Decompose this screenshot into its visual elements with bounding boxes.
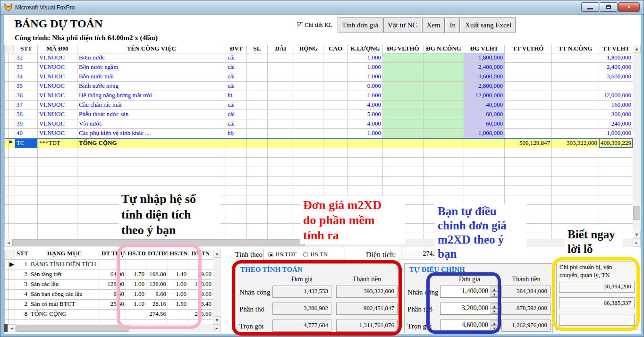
table-row[interactable]: 2Sàn có mái BTCT25.601.1028.161.5038.40 [5, 300, 213, 310]
cell[interactable] [247, 82, 268, 91]
cell[interactable] [424, 186, 464, 195]
row-marker[interactable] [8, 63, 15, 72]
cell[interactable] [599, 148, 633, 158]
cell[interactable] [126, 320, 146, 324]
cell[interactable]: VLNUOC [38, 129, 77, 138]
row-marker[interactable] [5, 280, 8, 290]
row-marker[interactable] [8, 205, 15, 214]
cell[interactable] [323, 110, 348, 119]
cell[interactable] [552, 195, 599, 205]
cell[interactable] [294, 167, 323, 177]
cell[interactable] [146, 320, 168, 324]
title-bar[interactable]: Microsoft Visual FoxPro ✕ [0, 0, 644, 15]
spin-down-icon[interactable]: ▼ [491, 309, 498, 314]
table-row[interactable]: 3Sàn các lầu128.001.00128.001.00128.00 [5, 280, 213, 290]
cell[interactable] [383, 110, 424, 119]
cell[interactable] [77, 167, 226, 177]
cell[interactable] [348, 186, 383, 195]
cell[interactable]: 509,129,847 [505, 139, 552, 148]
row-marker[interactable] [5, 82, 8, 91]
cell[interactable]: 25.60 [100, 300, 126, 310]
spin-up-icon[interactable]: ▲ [491, 303, 498, 309]
cell[interactable] [226, 158, 247, 167]
vat-tu-nc-button[interactable]: Vật tư NC [383, 17, 421, 33]
row-marker[interactable] [5, 110, 8, 119]
row-marker[interactable] [5, 260, 8, 270]
cell[interactable]: 108.80 [146, 270, 168, 280]
cell[interactable]: 3,600,000 [464, 72, 505, 82]
cell[interactable] [424, 148, 464, 158]
cell[interactable] [383, 148, 424, 158]
cell[interactable] [424, 72, 464, 82]
column-header[interactable]: DÀI [268, 45, 294, 53]
cell[interactable] [226, 167, 247, 177]
cell[interactable] [383, 91, 424, 101]
cell[interactable]: cái [226, 82, 247, 91]
row-marker[interactable] [8, 214, 15, 224]
cell[interactable]: 1.000 [348, 91, 383, 101]
cell[interactable] [383, 72, 424, 82]
cell[interactable] [247, 101, 268, 110]
cell[interactable]: cái [226, 53, 247, 63]
row-marker-icon[interactable]: ▶ [8, 260, 15, 270]
scroll-thumb[interactable] [16, 325, 129, 332]
scroll-down-icon[interactable]: ▼ [633, 231, 641, 239]
cell[interactable] [552, 63, 599, 72]
cell[interactable] [15, 205, 38, 214]
cell[interactable] [15, 224, 38, 233]
row-marker[interactable] [5, 91, 8, 101]
cell[interactable] [38, 158, 77, 167]
cell[interactable] [424, 177, 464, 186]
cell[interactable] [552, 205, 599, 214]
cell[interactable] [505, 63, 552, 72]
cell[interactable] [323, 119, 348, 129]
phan-tho-don-gia-spinner[interactable]: 3,200,000 ▲▼ [440, 303, 499, 315]
cell[interactable]: Bơm nước [77, 53, 226, 63]
row-marker[interactable] [8, 101, 15, 110]
cell[interactable] [424, 63, 464, 72]
cell[interactable] [552, 72, 599, 82]
cell[interactable]: Sàn các lầu [29, 280, 100, 290]
cell[interactable] [323, 101, 348, 110]
cell[interactable]: VLNUOC [38, 82, 77, 91]
row-marker[interactable] [8, 310, 15, 320]
table-row[interactable]: 32VLNUOCBơm nướccái1.0001,800,0001,800,0… [5, 53, 633, 63]
close-button[interactable]: ✕ [618, 2, 640, 12]
row-marker[interactable] [8, 119, 15, 129]
spin-down-icon[interactable]: ▼ [491, 292, 498, 297]
cell[interactable] [505, 158, 552, 167]
cell[interactable]: 40 [15, 129, 38, 138]
column-header[interactable]: ĐG VLHT [464, 45, 505, 53]
cell[interactable] [247, 233, 268, 239]
cell[interactable]: Các phụ kiện vệ sinh khác ... [77, 129, 226, 138]
xem-button[interactable]: Xem [422, 17, 444, 33]
cell[interactable] [505, 82, 552, 91]
cell[interactable] [15, 233, 38, 239]
column-header[interactable]: MÃ ĐM [38, 45, 77, 53]
cell[interactable] [505, 119, 552, 129]
cell[interactable]: 1.00 [168, 280, 188, 290]
cell[interactable]: 0.000 [348, 82, 383, 91]
row-marker[interactable] [5, 158, 8, 167]
cell[interactable] [294, 139, 323, 148]
grid-vertical-scrollbar[interactable]: ▲ ▼ [633, 45, 641, 239]
cell[interactable] [247, 177, 268, 186]
cell[interactable] [77, 158, 226, 167]
cell[interactable] [505, 148, 552, 158]
cell[interactable] [268, 63, 294, 72]
row-marker[interactable] [5, 300, 8, 310]
cell[interactable] [268, 214, 294, 224]
cell[interactable]: 2,800,000 [464, 82, 505, 91]
cell[interactable] [247, 119, 268, 129]
column-header[interactable]: STT [15, 45, 38, 53]
cell[interactable] [383, 139, 424, 148]
cell[interactable] [383, 167, 424, 177]
tron-goi-don-gia-spinner[interactable]: 4,600,000 ▲▼ [440, 320, 499, 332]
cell[interactable] [294, 110, 323, 119]
row-marker[interactable] [5, 101, 8, 110]
cell[interactable] [268, 139, 294, 148]
cell[interactable] [383, 63, 424, 72]
cell[interactable] [146, 260, 168, 270]
cell[interactable] [323, 63, 348, 72]
cell[interactable] [268, 91, 294, 101]
